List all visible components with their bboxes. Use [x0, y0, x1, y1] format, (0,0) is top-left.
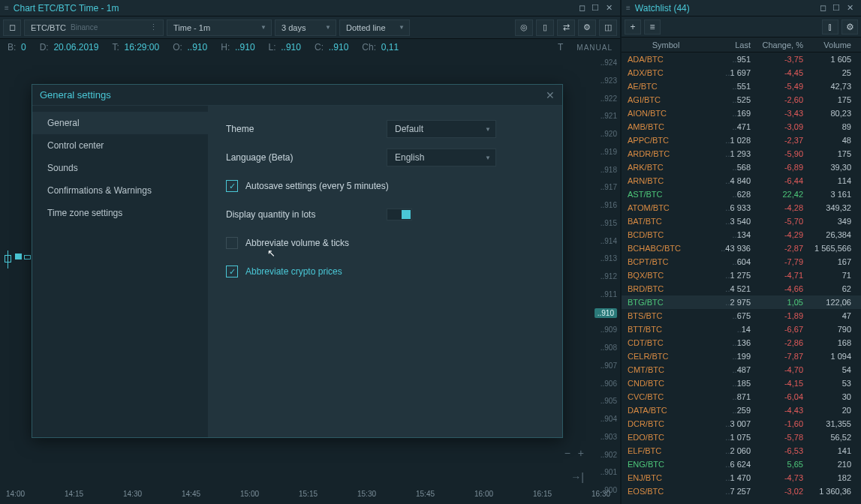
watchlist-row[interactable]: BCD/BTC..134-4,2926,384: [622, 228, 861, 242]
watchlist-row[interactable]: BCHABC/BTC..43 936-2,871 565,566: [622, 242, 861, 255]
sidebar-item-confirmations-warnings[interactable]: Confirmations & Warnings: [32, 179, 208, 202]
maximize-icon[interactable]: ☐: [829, 2, 843, 14]
chevron-down-icon: ▼: [325, 24, 331, 31]
detach-icon[interactable]: ◻: [816, 2, 829, 14]
watchlist-row[interactable]: ADX/BTC..1 697-4,4525: [622, 66, 861, 80]
close-icon[interactable]: ✕: [843, 2, 856, 14]
watchlist-row[interactable]: BTG/BTC..2 9751,05122,06: [622, 296, 861, 309]
close-icon[interactable]: ✕: [602, 2, 616, 14]
watchlist-row[interactable]: DCR/BTC..3 007-1,6031,355: [622, 417, 861, 430]
layout-icon[interactable]: ◫: [599, 20, 617, 36]
abbrev-crypto-checkbox[interactable]: [226, 266, 238, 278]
watchlist-row[interactable]: ENG/BTC..6 6245,65210: [622, 458, 861, 471]
symbol-cell: ATOM/BTC: [622, 203, 704, 212]
abbrev-crypto-label[interactable]: Abbreviate crypto prices: [245, 266, 342, 277]
watchlist-row[interactable]: CELR/BTC..199-7,871 094: [622, 350, 861, 363]
watchlist-row[interactable]: EOS/BTC..7 257-3,021 360,36: [622, 484, 861, 498]
watchlist-row[interactable]: CND/BTC..185-4,1553: [622, 376, 861, 390]
col-change[interactable]: Change, %: [751, 40, 803, 50]
theme-select[interactable]: Default▼: [387, 120, 496, 138]
sidebar-item-general[interactable]: General: [32, 112, 208, 134]
timeframe-select[interactable]: Time - 1m▼: [167, 20, 272, 36]
watchlist-toolbar: + ≡ ⫿ ⚙: [622, 16, 861, 38]
watchlist-row[interactable]: BAT/BTC..3 540-5,70349: [622, 214, 861, 228]
watchlist-row[interactable]: AE/BTC..551-5,4942,73: [622, 80, 861, 93]
watchlist-row[interactable]: APPC/BTC..1 028-2,3748: [622, 134, 861, 147]
last-cell: ..2 060: [704, 446, 751, 455]
range-select[interactable]: 3 days▼: [275, 20, 336, 36]
watchlist-row[interactable]: ENJ/BTC..1 470-4,73182: [622, 471, 861, 484]
volume-cell: 39,30: [803, 163, 856, 172]
close-icon[interactable]: ✕: [546, 89, 555, 101]
autosave-checkbox[interactable]: [226, 180, 238, 192]
watchlist-row[interactable]: ARDR/BTC..1 293-5,90175: [622, 147, 861, 160]
watchlist-row[interactable]: EDO/BTC..1 075-5,7856,52: [622, 430, 861, 444]
sidebar-item-time-zone-settings[interactable]: Time zone settings: [32, 202, 208, 224]
dialog-title-bar[interactable]: General settings ✕: [32, 85, 562, 106]
symbol-cell: AGI/BTC: [622, 95, 704, 104]
link-button[interactable]: ◻: [3, 20, 21, 36]
col-symbol[interactable]: Symbol: [622, 40, 704, 50]
gear-icon[interactable]: ⚙: [578, 20, 596, 36]
sidebar-item-sounds[interactable]: Sounds: [32, 157, 208, 179]
scroll-right-icon[interactable]: →|: [570, 471, 584, 483]
change-cell: -5,78: [751, 433, 803, 442]
language-select[interactable]: English▼: [387, 148, 496, 166]
target-icon[interactable]: ◎: [515, 20, 533, 36]
watchlist-row[interactable]: AMB/BTC..471-3,0989: [622, 120, 861, 134]
theme-label: Theme: [226, 124, 387, 134]
watchlist-row[interactable]: AST/BTC..62822,423 161: [622, 188, 861, 201]
chart-mini-icon[interactable]: ⫿: [822, 20, 838, 34]
watchlist-row[interactable]: BRD/BTC..4 521-4,6662: [622, 282, 861, 296]
y-tick: ..913: [601, 254, 617, 262]
watchlist-row[interactable]: BTS/BTC..675-1,8947: [622, 309, 861, 322]
watchlist-header[interactable]: Symbol Last Change, % Volume: [622, 38, 861, 52]
watchlist-row[interactable]: CDT/BTC..136-2,86168: [622, 336, 861, 350]
watchlist-row[interactable]: DATA/BTC..259-4,4320: [622, 404, 861, 417]
gear-icon[interactable]: ⚙: [841, 20, 858, 34]
style-select[interactable]: Dotted line▼: [339, 20, 410, 36]
drag-grip-icon[interactable]: ≡: [5, 4, 9, 12]
trade-icon[interactable]: ⇄: [557, 20, 575, 36]
watchlist-row[interactable]: CMT/BTC..487-4,7054: [622, 363, 861, 376]
autosave-label[interactable]: Autosave settings (every 5 minutes): [245, 181, 389, 191]
volume-cell: 20: [803, 406, 856, 415]
symbol-cell: BQX/BTC: [622, 271, 704, 280]
watchlist-row[interactable]: BCPT/BTC..604-7,79167: [622, 255, 861, 268]
abbrev-volume-label[interactable]: Abbreviate volume & ticks: [245, 238, 349, 248]
y-tick: ..918: [601, 166, 617, 174]
watchlist-row[interactable]: ELF/BTC..2 060-6,53141: [622, 444, 861, 458]
sidebar-item-control-center[interactable]: Control center: [32, 134, 208, 157]
list-icon[interactable]: ≡: [644, 20, 661, 34]
symbol-cell: BTS/BTC: [622, 311, 704, 320]
qty-lots-toggle[interactable]: [387, 208, 412, 220]
watchlist-row[interactable]: BQX/BTC..1 275-4,7171: [622, 268, 861, 282]
watchlist-row[interactable]: ADA/BTC..951-3,751 605: [622, 52, 861, 66]
drag-grip-icon[interactable]: ≡: [626, 4, 631, 12]
detach-icon[interactable]: ◻: [575, 2, 589, 14]
mouse-icon[interactable]: ▯: [536, 20, 554, 36]
change-cell: -4,45: [751, 68, 803, 77]
chart-toolbar: ◻ ETC/BTC Binance ⋮ Time - 1m▼ 3 days▼ D…: [0, 16, 620, 39]
watchlist-row[interactable]: AION/BTC..169-3,4380,23: [622, 106, 861, 120]
watchlist-panel: ≡ Watchlist (44) ◻ ☐ ✕ + ≡ ⫿ ⚙ Symbol La…: [622, 0, 861, 504]
symbol-select[interactable]: ETC/BTC Binance ⋮: [24, 20, 164, 36]
watchlist-row[interactable]: CVC/BTC..871-6,0430: [622, 390, 861, 404]
last-cell: ..871: [704, 392, 751, 401]
zoom-in-button[interactable]: +: [578, 447, 584, 459]
maximize-icon[interactable]: ☐: [589, 2, 602, 14]
watchlist-row[interactable]: ARN/BTC..4 840-6,44114: [622, 174, 861, 188]
col-last[interactable]: Last: [704, 40, 751, 50]
last-cell: ..259: [704, 406, 751, 415]
abbrev-volume-checkbox[interactable]: [226, 237, 238, 249]
mode-label[interactable]: MANUAL: [577, 44, 613, 52]
watchlist-row[interactable]: ARK/BTC..568-6,8939,30: [622, 160, 861, 174]
volume-cell: 1 360,36: [803, 487, 856, 496]
watchlist-row[interactable]: BTT/BTC..14-6,67790: [622, 322, 861, 336]
add-button[interactable]: +: [625, 20, 641, 34]
watchlist-row[interactable]: ATOM/BTC..6 933-4,28349,32: [622, 201, 861, 214]
col-volume[interactable]: Volume: [803, 40, 856, 50]
change-cell: -4,73: [751, 473, 803, 482]
watchlist-row[interactable]: AGI/BTC..525-2,60175: [622, 93, 861, 106]
zoom-out-button[interactable]: −: [564, 447, 570, 459]
